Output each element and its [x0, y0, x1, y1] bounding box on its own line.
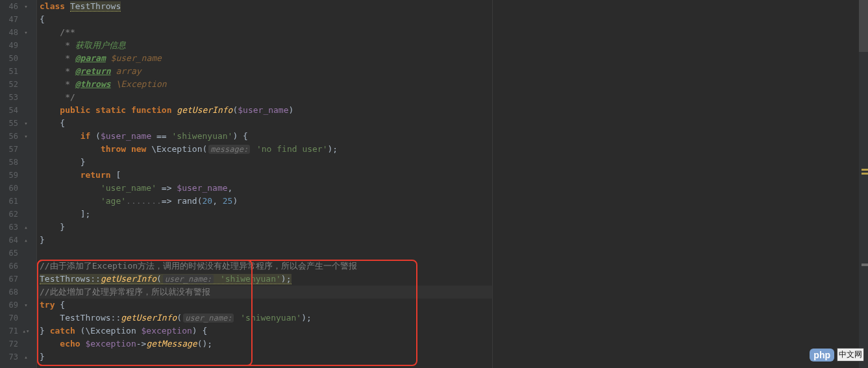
indent: [40, 157, 81, 167]
indent: [40, 105, 60, 115]
line-number: 65: [0, 247, 21, 260]
code-line[interactable]: }: [37, 156, 492, 169]
code-line[interactable]: class TestThrows: [37, 0, 492, 13]
code-line[interactable]: * @param $user_name: [37, 52, 492, 65]
class-ref: TestThrows::: [40, 274, 101, 284]
code-line[interactable]: TestThrows::getUserInfo(user_name: 'shiw…: [37, 273, 492, 286]
code-line[interactable]: //由于添加了Exception方法，调用的时候没有处理异常程序，所以会产生一个…: [37, 260, 492, 273]
scroll-thumb[interactable]: [859, 0, 868, 52]
code-line[interactable]: } catch (\Exception $exception) {: [37, 325, 492, 337]
line-number: 72: [0, 337, 21, 350]
line-number: 63: [0, 221, 21, 234]
minimap-scrollbar[interactable]: [859, 0, 868, 368]
fn-call: rand: [177, 196, 197, 206]
code-area[interactable]: class TestThrows { /** * 获取用户信息 * @param…: [37, 0, 492, 368]
var: $user_name: [101, 131, 151, 141]
operator: ==: [151, 131, 171, 141]
doc-star: *: [65, 40, 75, 50]
doc-star: *: [65, 79, 75, 89]
logo-text: 中文网: [837, 348, 864, 362]
exception-class: \Exception: [151, 144, 202, 154]
keyword-class: class: [40, 1, 65, 11]
line-number: 59: [0, 169, 21, 182]
string: 'shiwenyuan': [240, 313, 301, 323]
code-line[interactable]: }: [37, 234, 492, 247]
param-hint: user_name:: [163, 275, 214, 284]
line-number: 61: [0, 195, 21, 208]
code-line[interactable]: [37, 247, 492, 260]
code-line[interactable]: */: [37, 91, 492, 104]
line-number: 71: [0, 325, 21, 337]
edit-marker[interactable]: [862, 264, 868, 266]
code-line[interactable]: }: [37, 350, 492, 363]
line-number: 56: [0, 130, 21, 143]
class-name: TestThrows: [70, 1, 121, 12]
var: $user_name: [177, 183, 227, 193]
doc-throws: \Exception: [111, 79, 167, 89]
align-dots: .......: [126, 196, 162, 206]
code-line[interactable]: ];: [37, 208, 492, 221]
fold-toggle[interactable]: ▴: [21, 238, 31, 243]
code-line[interactable]: echo $exception->getMessage();: [37, 337, 492, 350]
doc-tag-return: @return: [75, 66, 111, 76]
fold-toggle[interactable]: ▴▾: [21, 328, 31, 334]
code-editor[interactable]: 46▾4748▾49505152535455▾56▾57585960616263…: [0, 0, 493, 368]
doc-param: $user_name: [106, 53, 162, 63]
code-line[interactable]: try {: [37, 299, 492, 312]
doc-star: *: [65, 53, 75, 63]
indent: [40, 222, 60, 232]
fn-call: getMessage: [146, 339, 197, 349]
code-line[interactable]: * @return array: [37, 65, 492, 78]
line-number: 70: [0, 312, 21, 325]
code-line[interactable]: * 获取用户信息: [37, 39, 492, 52]
brace: }: [81, 157, 86, 167]
code-line[interactable]: 'user_name' => $user_name,: [37, 182, 492, 195]
brace: }: [40, 326, 50, 336]
code-line[interactable]: /**: [37, 26, 492, 39]
warning-marker[interactable]: [862, 169, 868, 171]
fold-toggle[interactable]: ▾: [21, 30, 31, 36]
brace: }: [60, 222, 65, 232]
function-name: getUserInfo: [177, 105, 232, 115]
paren: (: [90, 131, 101, 141]
bracket: [: [111, 170, 121, 180]
code-line[interactable]: return [: [37, 169, 492, 182]
doc-return: array: [111, 66, 142, 76]
paren: (: [177, 313, 182, 323]
code-line[interactable]: 'age'.......=> rand(20, 25): [37, 195, 492, 208]
indent: [40, 79, 65, 89]
line-number: 48: [0, 26, 21, 39]
brace: }: [40, 235, 45, 245]
code-line[interactable]: {: [37, 13, 492, 26]
brace: {: [40, 14, 45, 24]
code-line[interactable]: throw new \Exception(message: 'no find u…: [37, 143, 492, 156]
warning-marker[interactable]: [862, 173, 868, 175]
modifiers: public static function: [60, 105, 171, 115]
keyword-echo: echo: [60, 339, 80, 349]
paren: );: [328, 144, 338, 154]
class-ref: TestThrows::: [60, 313, 121, 323]
fold-toggle[interactable]: ▴: [21, 225, 31, 230]
code-line[interactable]: public static function getUserInfo($user…: [37, 104, 492, 117]
line-number: 50: [0, 52, 21, 65]
indent: [40, 118, 60, 128]
code-line[interactable]: if ($user_name == 'shiwenyuan') {: [37, 130, 492, 143]
code-line[interactable]: * @throws \Exception: [37, 78, 492, 91]
string: 'shiwenyuan': [172, 131, 233, 141]
line-number: 58: [0, 156, 21, 169]
code-line[interactable]: TestThrows::getUserInfo(user_name: 'shiw…: [37, 312, 492, 325]
fold-toggle[interactable]: ▾: [21, 302, 31, 308]
bracket-close: ];: [81, 209, 91, 219]
fold-toggle[interactable]: ▴: [21, 354, 31, 360]
code-line-current[interactable]: //此处增加了处理异常程序，所以就没有警报: [37, 286, 492, 299]
line-number: 64: [0, 234, 21, 247]
fold-toggle[interactable]: ▾: [21, 4, 31, 10]
indent: [40, 27, 60, 37]
line-number: 66: [0, 260, 21, 273]
code-line[interactable]: {: [37, 117, 492, 130]
fold-toggle[interactable]: ▾: [21, 134, 31, 140]
code-line[interactable]: }: [37, 221, 492, 234]
exception-class: \Exception: [85, 326, 141, 336]
fold-toggle[interactable]: ▾: [21, 121, 31, 127]
number: 25: [223, 196, 233, 206]
